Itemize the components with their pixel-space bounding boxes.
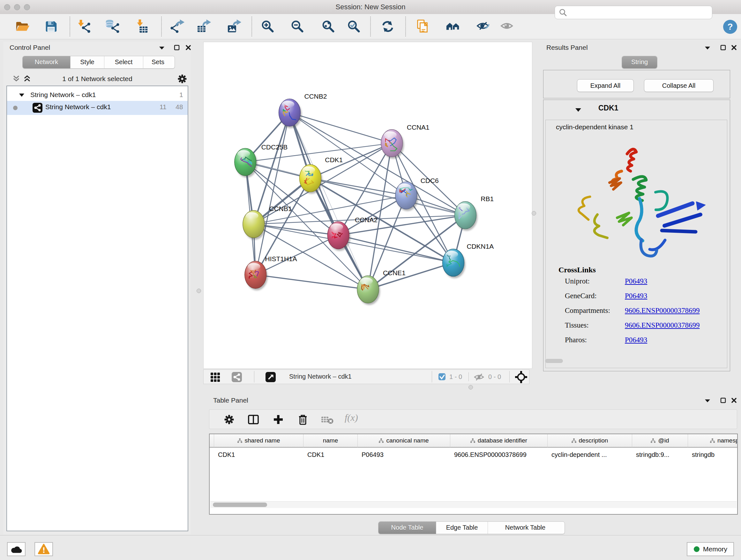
network-badge-icon[interactable] — [232, 372, 242, 383]
table-cell[interactable]: CDK1 — [304, 448, 358, 462]
copy-button[interactable] — [415, 19, 430, 34]
table-panel-float-button[interactable] — [720, 397, 726, 405]
function-builder-icon[interactable]: f(x) — [345, 412, 358, 423]
import-network-from-file-button[interactable] — [77, 19, 91, 34]
zoom-out-button[interactable] — [290, 19, 305, 34]
column-header-name[interactable]: name — [304, 434, 358, 448]
tab-sets[interactable]: Sets — [143, 56, 173, 68]
delete-column-trash-icon[interactable] — [297, 414, 309, 427]
horizontal-scroll-thumb[interactable] — [545, 359, 563, 363]
node-RB1[interactable]: RB1 — [455, 195, 494, 231]
table-panel-close-button[interactable] — [731, 397, 737, 405]
save-session-button[interactable] — [44, 19, 58, 34]
table-horizontal-scrollbar[interactable] — [210, 501, 737, 508]
collapse-triangle-icon[interactable] — [18, 92, 25, 98]
network-row-selected[interactable]: String Network – cdk1 11 48 — [7, 101, 188, 115]
expand-all-networks-icon[interactable] — [12, 74, 20, 84]
open-in-browser-button[interactable] — [446, 19, 461, 34]
import-table-from-file-button[interactable] — [135, 19, 149, 34]
horizontal-splitter-handle[interactable] — [468, 385, 473, 389]
open-view-icon[interactable] — [266, 372, 276, 383]
column-header-database-identifier[interactable]: database identifier — [450, 434, 548, 448]
edge-CCNB2-CCNE1[interactable] — [289, 113, 368, 290]
results-panel-menu-button[interactable] — [704, 45, 711, 52]
control-panel-float-button[interactable] — [174, 44, 180, 52]
cloud-button[interactable] — [7, 542, 25, 556]
hidden-eye-slash-icon[interactable] — [474, 372, 484, 383]
tab-string[interactable]: String — [622, 56, 657, 68]
table-cell[interactable]: stringdb:9... — [632, 448, 688, 462]
results-panel-float-button[interactable] — [720, 44, 726, 52]
open-session-button[interactable] — [15, 19, 30, 34]
edge-CDKN1A-CCNE1[interactable] — [368, 263, 453, 290]
node-CCNE1[interactable]: CCNE1 — [357, 269, 406, 305]
column-header-description[interactable]: description — [548, 434, 632, 448]
birds-eye-toggle-icon[interactable] — [515, 371, 527, 384]
table-cell[interactable]: cyclin-dependent ... — [548, 448, 632, 462]
column-header-namespace[interactable]: namespace — [688, 434, 738, 448]
node-CCNB2[interactable]: CCNB2 — [279, 92, 327, 128]
export-network-button[interactable] — [171, 19, 185, 34]
help-button[interactable]: ? — [723, 20, 737, 34]
refresh-view-button[interactable] — [381, 19, 395, 34]
expand-all-button[interactable]: Expand All — [577, 79, 634, 92]
show-hide-graphics-details-button[interactable] — [476, 19, 491, 34]
right-splitter-handle[interactable] — [532, 211, 536, 215]
tab-network-table[interactable]: Network Table — [488, 522, 562, 534]
control-panel-menu-button[interactable] — [158, 45, 165, 52]
crosslink-value[interactable]: P06493 — [625, 277, 647, 286]
crosslink-value[interactable]: P06493 — [625, 336, 647, 344]
table-row[interactable]: CDK1CDK1P064939606.ENSP00000378699cyclin… — [210, 448, 738, 462]
export-table-button[interactable] — [197, 19, 212, 34]
zoom-selected-button[interactable] — [347, 19, 361, 34]
table-panel-menu-button[interactable] — [704, 398, 711, 405]
search-input[interactable] — [569, 9, 712, 17]
tab-select[interactable]: Select — [105, 56, 143, 68]
tab-node-table[interactable]: Node Table — [379, 522, 436, 534]
toggle-bird-eye-view-button[interactable] — [500, 19, 515, 34]
tab-edge-table[interactable]: Edge Table — [436, 522, 488, 534]
table-cell[interactable]: P06493 — [358, 448, 450, 462]
node-HIST1H1A[interactable]: HIST1H1A — [245, 255, 297, 291]
crosslink-value[interactable]: 9606.ENSP00000378699 — [625, 307, 700, 315]
grid-view-icon[interactable] — [211, 373, 220, 383]
entry-collapse-triangle-icon[interactable] — [575, 107, 582, 113]
edge-CCNB2-HIST1H1A[interactable] — [256, 113, 290, 275]
selected-checkbox-icon[interactable] — [439, 373, 446, 382]
table-cell[interactable]: CDK1 — [214, 448, 304, 462]
crosslink-value[interactable]: 9606.ENSP00000378699 — [625, 321, 700, 329]
crosslink-value[interactable]: P06493 — [625, 292, 647, 300]
edge-CCNB2-RB1[interactable] — [289, 113, 465, 215]
import-network-from-database-button[interactable] — [105, 19, 120, 34]
column-header-canonical-name[interactable]: canonical name — [358, 434, 450, 448]
column-header-shared-name[interactable]: shared name — [214, 434, 304, 448]
table-cell[interactable]: stringdb — [688, 448, 738, 462]
scrollbar-thumb[interactable] — [213, 503, 267, 507]
collapse-all-networks-icon[interactable] — [23, 74, 31, 84]
left-splitter-handle[interactable] — [197, 289, 201, 293]
network-options-gear-icon[interactable] — [177, 74, 187, 85]
node-CDC6[interactable]: CDC6 — [395, 177, 439, 211]
edge-HIST1H1A-CCNE1[interactable] — [256, 275, 368, 290]
table-settings-gear-icon[interactable] — [223, 414, 235, 427]
node-CDKN1A[interactable]: CDKN1A — [443, 243, 494, 278]
collapse-all-button[interactable]: Collapse All — [644, 79, 714, 92]
column-header-id[interactable]: @id — [632, 434, 688, 448]
node-CCNB1[interactable]: CCNB1 — [243, 205, 292, 240]
memory-button[interactable]: Memory — [687, 542, 734, 556]
tab-network[interactable]: Network — [23, 56, 71, 68]
show-column-panel-icon[interactable] — [248, 414, 259, 427]
search-field[interactable] — [555, 6, 712, 19]
table-cell[interactable]: 9606.ENSP00000378699 — [450, 448, 548, 462]
control-panel-close-button[interactable] — [185, 44, 192, 52]
add-column-icon[interactable] — [273, 414, 284, 427]
results-panel-close-button[interactable] — [731, 44, 737, 52]
tab-style[interactable]: Style — [71, 56, 105, 68]
node-CCNA1[interactable]: CCNA1 — [381, 124, 429, 159]
zoom-in-button[interactable] — [261, 19, 275, 34]
fit-content-button[interactable] — [321, 19, 336, 34]
delete-table-icon[interactable] — [321, 415, 334, 426]
network-canvas[interactable]: CCNB2 CCNA1 CDC25B CDK1 CDC6 RB1 — [203, 42, 532, 369]
edge-CCNA2-CDKN1A[interactable] — [338, 235, 453, 263]
warnings-button[interactable] — [35, 542, 53, 556]
